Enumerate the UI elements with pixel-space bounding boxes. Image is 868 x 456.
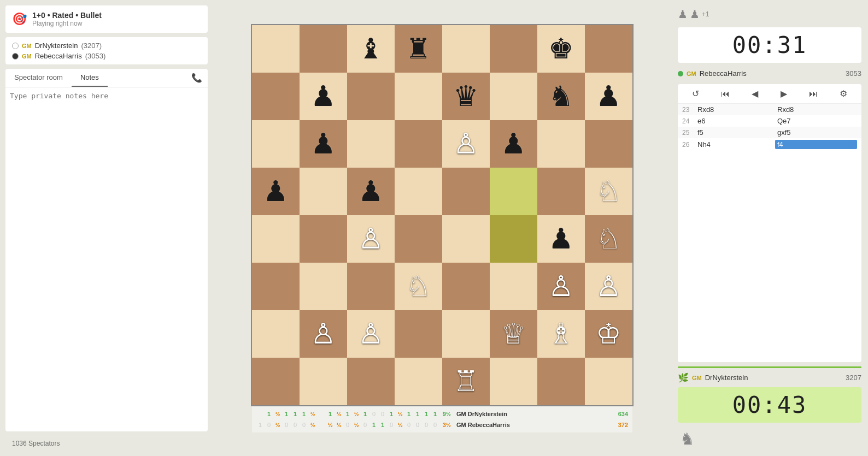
- black-player-info: GM RebeccaHarris 3053: [678, 67, 861, 80]
- divider-line: [678, 366, 861, 368]
- move-white[interactable]: e6: [697, 117, 777, 125]
- board-cell: ♟: [585, 73, 632, 120]
- board-cell: ♟: [252, 168, 300, 215]
- black-gm-badge: GM: [687, 70, 696, 77]
- board-cell: ♙: [300, 310, 347, 358]
- board-cell: [490, 25, 537, 73]
- score-strip: 1 ½ 1 1 1 ½ 1 ½ 1 ½ 1 0 0 1 ½ 1 1 1 1 9: [252, 406, 632, 433]
- chess-piece: ♕: [501, 319, 526, 348]
- board-cell: ♕: [490, 310, 537, 358]
- move-white[interactable]: Nh4: [697, 140, 775, 149]
- board-cell: [537, 358, 585, 405]
- game-subtitle: Playing right now: [32, 20, 102, 27]
- move-black[interactable]: gxf5: [777, 128, 857, 137]
- tab-spectator[interactable]: Spectator room: [5, 69, 72, 87]
- board-cell: [537, 120, 585, 168]
- board-cell: [442, 215, 490, 263]
- spectator-icons: ♟ ♟ +1: [678, 5, 861, 23]
- chess-piece: ♘: [406, 272, 431, 300]
- board-cell: [252, 358, 300, 405]
- white-title: GM: [22, 43, 32, 49]
- chess-piece: ♟: [263, 177, 289, 205]
- game-info-text: 1+0 • Rated • Bullet Playing right now: [32, 11, 102, 27]
- black-player-name[interactable]: RebeccaHarris: [700, 69, 747, 78]
- white-rating: (3207): [81, 42, 102, 50]
- board-cell: [300, 215, 347, 263]
- chess-piece: ♘: [596, 224, 621, 253]
- move-black[interactable]: Qe7: [777, 117, 857, 125]
- board-cell: ♘: [395, 263, 442, 310]
- board-cell: ♙: [347, 215, 395, 263]
- chess-piece: ♗: [548, 319, 574, 348]
- move-white[interactable]: f5: [697, 128, 777, 137]
- notes-section: Spectator room Notes 📞: [5, 69, 208, 431]
- start-button[interactable]: ⏮: [718, 88, 733, 100]
- board-cell: [442, 263, 490, 310]
- settings-button[interactable]: ⚙: [836, 87, 851, 100]
- board-cell: ♘: [585, 215, 632, 263]
- score-player1-wins: 634: [618, 411, 628, 417]
- white-name[interactable]: DrNykterstein: [35, 42, 78, 50]
- board-cell: ♞: [537, 73, 585, 120]
- chess-piece: ♟: [358, 177, 384, 205]
- player-row-black: GM RebeccaHarris (3053): [12, 52, 201, 60]
- score-player2-wins: 372: [618, 422, 628, 428]
- black-title: GM: [22, 53, 32, 60]
- notes-tabs: Spectator room Notes 📞: [5, 69, 208, 87]
- moves-list: 23Rxd8Rxd824e6Qe725f5gxf526Nh4f4: [678, 104, 861, 362]
- board-cell: [442, 25, 490, 73]
- board-cell: ♟: [347, 168, 395, 215]
- notes-textarea[interactable]: [10, 92, 203, 427]
- board-cell: [585, 25, 632, 73]
- board-cell: [395, 215, 442, 263]
- spectators-count: 1036 Spectators: [5, 436, 208, 451]
- horse-container: ♞: [678, 427, 861, 451]
- board-cell: [537, 168, 585, 215]
- prev-button[interactable]: ◀: [748, 87, 761, 100]
- chess-piece: ♙: [596, 272, 621, 300]
- left-panel: 🎯 1+0 • Rated • Bullet Playing right now…: [0, 0, 213, 456]
- black-name[interactable]: RebeccaHarris: [35, 52, 82, 60]
- white-gm-badge: GM: [692, 375, 702, 381]
- chess-piece: ♟: [310, 82, 336, 110]
- chess-piece: ♙: [548, 272, 574, 300]
- bullet-icon: 🎯: [12, 12, 27, 26]
- move-row: 25f5gxf5: [678, 127, 861, 138]
- board-cell: ♟: [300, 120, 347, 168]
- chess-piece: ♔: [596, 319, 621, 348]
- move-number: 25: [682, 129, 697, 137]
- board-cell: ♙: [347, 310, 395, 358]
- board-cell: [252, 73, 300, 120]
- white-player-name[interactable]: DrNykterstein: [705, 374, 748, 382]
- phone-icon[interactable]: 📞: [186, 69, 208, 86]
- move-black[interactable]: f4: [775, 140, 857, 149]
- white-player-info: 🌿 GM DrNykterstein 3207: [678, 372, 861, 383]
- status-dot: [678, 71, 683, 76]
- game-title: 1+0 • Rated • Bullet: [32, 11, 102, 20]
- end-button[interactable]: ⏭: [806, 88, 821, 100]
- player-row-white: GM DrNykterstein (3207): [12, 42, 201, 50]
- board-cell: ♔: [585, 310, 632, 358]
- board-cell: [442, 168, 490, 215]
- tab-notes[interactable]: Notes: [72, 69, 108, 87]
- top-timer: 00:31: [678, 27, 861, 63]
- chess-board: ♝♜♚♟♛♞♟♟♙♟♟♟♘♙♟♘♘♙♙♙♙♕♗♔♖: [251, 24, 634, 406]
- chess-piece: ♞: [548, 82, 574, 110]
- chess-piece: ♟: [310, 129, 336, 158]
- chess-piece: ♖: [453, 367, 479, 395]
- move-black[interactable]: Rxd8: [777, 105, 857, 114]
- score-row-2: 1 0 ½ 0 0 0 ½ ½ ½ 0 ½ 0 1 1 0 ½ 0 0 0 0: [256, 419, 628, 430]
- board-cell: ♙: [585, 263, 632, 310]
- move-number: 23: [682, 106, 697, 114]
- flip-button[interactable]: ↺: [689, 87, 702, 100]
- move-white[interactable]: Rxd8: [697, 105, 777, 114]
- black-circle: [12, 53, 19, 60]
- next-button[interactable]: ▶: [777, 87, 790, 100]
- board-cell: [252, 215, 300, 263]
- board-cell: [490, 215, 537, 263]
- score-player1-name[interactable]: GM DrNykterstein: [456, 411, 507, 417]
- score-player2-name[interactable]: GM RebeccaHarris: [456, 422, 510, 428]
- chess-piece: ♚: [548, 34, 574, 63]
- board-cell: [347, 263, 395, 310]
- board-cell: ♚: [537, 25, 585, 73]
